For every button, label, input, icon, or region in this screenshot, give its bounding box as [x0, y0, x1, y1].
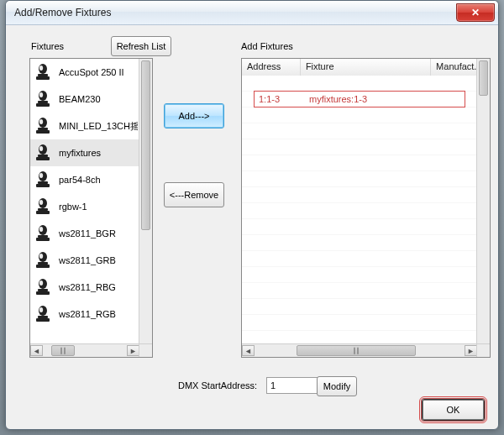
- list-item[interactable]: myfixtures: [30, 139, 139, 166]
- fixture-icon: [33, 304, 53, 324]
- svg-point-27: [39, 227, 43, 232]
- scrollbar-thumb[interactable]: ∥∥: [51, 345, 75, 356]
- list-item[interactable]: BEAM230: [30, 86, 139, 113]
- svg-rect-18: [36, 184, 50, 187]
- fixtures-horizontal-scrollbar[interactable]: ◄ ∥∥ ►: [30, 343, 139, 357]
- grid-vertical-scrollbar[interactable]: [476, 59, 490, 344]
- table-cell: myfixtures:1-3: [304, 94, 415, 104]
- list-item-label: AccuSpot 250 II: [59, 67, 124, 77]
- fixture-icon: [33, 277, 53, 297]
- grid-horizontal-scrollbar[interactable]: ◄ ∥∥ ►: [242, 343, 477, 357]
- svg-rect-34: [36, 291, 50, 295]
- fixtures-vertical-scrollbar[interactable]: [139, 59, 152, 344]
- list-item-label: MINI_LED_13CH摇头: [59, 120, 138, 133]
- list-item-label: ws2811_RBG: [59, 282, 116, 292]
- fixture-icon: [32, 142, 54, 164]
- column-header[interactable]: Fixture: [301, 59, 431, 76]
- list-item[interactable]: AccuSpot 250 II: [30, 59, 139, 86]
- fixture-icon: [32, 303, 54, 325]
- svg-rect-33: [38, 289, 48, 291]
- bottom-bar: DMX StartAddress: Modify OK: [6, 374, 498, 424]
- svg-rect-1: [38, 74, 48, 76]
- svg-rect-26: [36, 238, 50, 241]
- svg-rect-6: [36, 103, 50, 107]
- table-cell: 1:1-3: [254, 94, 304, 104]
- svg-rect-37: [38, 316, 48, 318]
- list-item-label: ws2811_BGR: [59, 228, 116, 238]
- column-header[interactable]: Address: [242, 59, 301, 76]
- fixture-icon: [33, 143, 53, 163]
- scroll-corner: [476, 343, 490, 357]
- fixtures-label: Fixtures: [31, 41, 64, 51]
- add-fixtures-label: Add Fixtures: [241, 41, 293, 51]
- svg-rect-38: [36, 318, 50, 322]
- window-title: Add/Remove Fixtures: [14, 7, 456, 18]
- scrollbar-thumb[interactable]: [141, 60, 150, 230]
- list-item-label: ws2811_RGB: [59, 309, 116, 319]
- list-item[interactable]: ws2811_RBG: [30, 274, 139, 301]
- svg-point-39: [39, 307, 43, 312]
- add-fixtures-grid[interactable]: AddressFixtureManufact... 1:1-3myfixture…: [241, 58, 491, 358]
- svg-rect-29: [38, 262, 48, 265]
- ok-button[interactable]: OK: [422, 399, 485, 421]
- close-button[interactable]: ✕: [456, 3, 495, 22]
- svg-point-31: [39, 254, 43, 259]
- fixture-icon: [33, 250, 53, 270]
- fixture-icon: [32, 115, 54, 137]
- dialog-add-remove-fixtures: Add/Remove Fixtures ✕ Fixtures Refresh L…: [5, 0, 499, 430]
- svg-rect-30: [36, 265, 50, 268]
- fixtures-listbox[interactable]: AccuSpot 250 IIBEAM230MINI_LED_13CH摇头myf…: [29, 58, 153, 358]
- list-item-label: rgbw-1: [59, 202, 87, 212]
- titlebar: Add/Remove Fixtures ✕: [6, 1, 498, 25]
- dmx-start-address-input[interactable]: [266, 377, 318, 394]
- svg-rect-25: [38, 235, 48, 238]
- list-item[interactable]: par54-8ch: [30, 166, 139, 193]
- fixture-icon: [33, 116, 53, 136]
- scrollbar-thumb[interactable]: ∥∥: [297, 345, 416, 356]
- scroll-right-icon[interactable]: ►: [127, 345, 139, 356]
- fixture-icon: [32, 223, 54, 244]
- svg-rect-14: [36, 157, 50, 160]
- list-item[interactable]: rgbw-1: [30, 193, 139, 220]
- svg-point-11: [39, 119, 43, 124]
- scrollbar-thumb[interactable]: [479, 60, 488, 96]
- refresh-list-button[interactable]: Refresh List: [111, 36, 171, 56]
- svg-point-3: [39, 66, 43, 71]
- fixture-icon: [32, 169, 54, 191]
- svg-rect-17: [38, 181, 48, 184]
- list-item[interactable]: ws2811_RGB: [30, 301, 139, 328]
- list-item[interactable]: ws2811_GRB: [30, 247, 139, 274]
- close-icon: ✕: [471, 7, 480, 18]
- svg-rect-10: [36, 130, 50, 134]
- fixture-icon: [33, 223, 53, 244]
- fixture-icon: [32, 249, 54, 271]
- modify-button[interactable]: Modify: [317, 376, 357, 396]
- fixture-icon: [33, 62, 53, 82]
- fixture-icon: [32, 88, 54, 110]
- fixture-icon: [32, 276, 54, 298]
- svg-point-35: [39, 280, 43, 286]
- list-item[interactable]: MINI_LED_13CH摇头: [30, 113, 139, 139]
- table-row[interactable]: 1:1-3myfixtures:1-3: [254, 91, 465, 107]
- scroll-left-icon[interactable]: ◄: [30, 345, 43, 356]
- list-item-label: ws2811_GRB: [59, 255, 116, 265]
- fixture-icon: [32, 61, 54, 83]
- svg-rect-22: [36, 211, 50, 214]
- list-item[interactable]: ws2811_BGR: [30, 220, 139, 247]
- svg-rect-13: [38, 155, 48, 157]
- add-button[interactable]: Add--->: [164, 103, 224, 128]
- scroll-corner: [139, 343, 152, 357]
- remove-button[interactable]: <---Remove: [164, 182, 224, 207]
- svg-point-15: [39, 146, 43, 151]
- fixture-icon: [32, 196, 54, 218]
- svg-rect-21: [38, 208, 48, 211]
- svg-rect-2: [36, 76, 50, 80]
- svg-rect-9: [38, 128, 48, 130]
- scroll-right-icon[interactable]: ►: [465, 345, 477, 356]
- scroll-left-icon[interactable]: ◄: [242, 345, 255, 356]
- svg-point-23: [39, 200, 43, 205]
- dmx-start-address-label: DMX StartAddress:: [178, 380, 257, 390]
- svg-rect-5: [38, 101, 48, 103]
- fixture-icon: [33, 170, 53, 190]
- grid-header: AddressFixtureManufact...: [242, 59, 490, 76]
